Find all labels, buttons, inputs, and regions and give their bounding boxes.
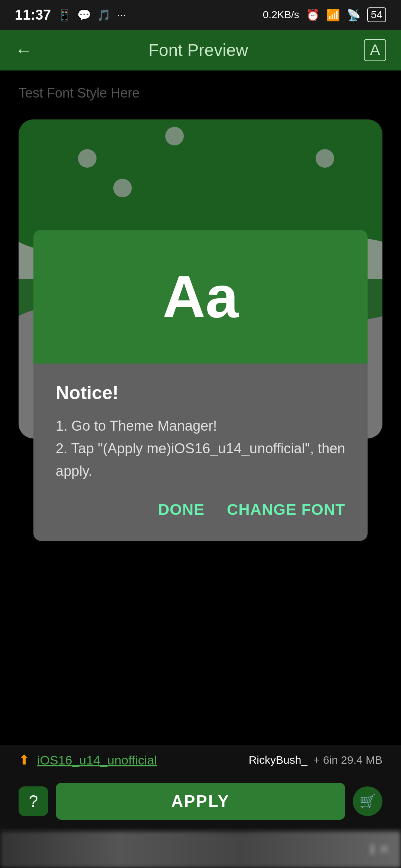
notice-line-1: 1. Go to Theme Manager! [56,418,217,434]
ios-theme-link[interactable]: iOS16_u14_unofficial [37,753,157,767]
apply-button[interactable]: APPLY [56,783,345,820]
dot-mid-center [113,179,132,197]
test-area: Test Font Style Here [0,70,401,116]
size-info: + 6in 29.4 MB [313,754,382,766]
test-hint-text: Test Font Style Here [19,85,140,101]
upload-icon: ⬆ [19,752,30,768]
notice-line-2: 2. Tap "(Apply me)iOS16_u14_unofficial",… [56,441,345,479]
network-speed: 0.2KB/s [263,9,299,21]
back-button[interactable]: ← [15,40,33,60]
ios-row: ⬆ iOS16_u14_unofficial RickyBush_ + 6in … [0,745,401,775]
sim-icon: 📱 [58,9,71,22]
dialog-notice-title: Notice! [56,382,345,404]
ios-row-right: RickyBush_ + 6in 29.4 MB [249,754,382,766]
status-bar: 11:37 📱 💬 🎵 ··· 0.2KB/s ⏰ 📶 📡 54 [0,0,401,30]
dialog-actions: DONE CHANGE FONT [56,501,345,519]
battery-indicator: 54 [367,7,386,22]
user-name: RickyBush_ [249,754,307,766]
alarm-icon: ⏰ [306,9,320,22]
dialog-notice-text: 1. Go to Theme Manager! 2. Tap "(Apply m… [56,415,345,482]
dialog-header: Aa [33,230,368,364]
status-icons: 📱 💬 🎵 ··· [58,9,126,22]
font-icon-button[interactable]: A [364,39,386,61]
notice-dialog: Aa Notice! 1. Go to Theme Manager! 2. Ta… [33,230,368,541]
ad-info-icon: ℹ ✕ [370,842,390,857]
dot-top-left [78,149,97,168]
apply-bar: ? APPLY 🛒 [0,775,401,831]
store-button[interactable]: 🛒 [353,786,382,816]
whatsapp-icon: 💬 [77,9,91,22]
status-time: 11:37 [15,7,51,23]
wifi-icon: 📡 [347,9,361,22]
help-button[interactable]: ? [19,786,48,816]
more-icon: ··· [117,9,126,21]
store-icon-glyph: 🛒 [359,793,376,809]
question-icon: ? [29,792,38,811]
status-left: 11:37 📱 💬 🎵 ··· [15,7,126,23]
font-preview-label: Aa [163,263,239,331]
signal-icon: 📶 [326,9,340,22]
app-bar: ← Font Preview A [0,30,401,70]
spotify-icon: 🎵 [97,9,111,22]
status-right: 0.2KB/s ⏰ 📶 📡 54 [263,7,386,22]
change-font-button[interactable]: CHANGE FONT [227,501,345,519]
dot-top-right [316,149,334,168]
dialog-body: Notice! 1. Go to Theme Manager! 2. Tap "… [33,364,368,541]
page-title: Font Preview [149,40,248,60]
dot-top-center [165,127,184,145]
done-button[interactable]: DONE [158,501,205,519]
bottom-section: ⬆ iOS16_u14_unofficial RickyBush_ + 6in … [0,745,401,868]
ad-bar: ℹ ✕ [0,831,401,868]
